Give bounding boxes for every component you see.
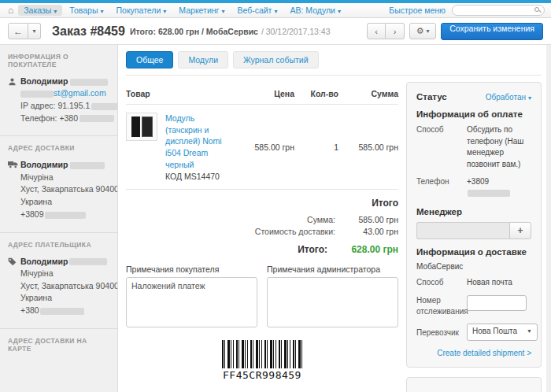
payment-phone-label: Телефон [416,176,467,187]
ship-method-value: Новая почта [467,277,531,289]
customer-sidebar: ИНФОРМАЦИЯ О ПОКУПАТЕЛЕ Володимир st@gma… [0,45,118,392]
page-right-gutter [546,45,551,392]
customer-info-title: ИНФОРМАЦИЯ О ПОКУПАТЕЛЕ [8,53,109,68]
payer-address-row: Володимир Мічуріна Хуст, Закарпатська 90… [8,256,109,317]
redacted-text [70,162,105,169]
redacted-text [40,308,84,315]
payment-phone-text: +3809 [467,177,489,186]
nav-item-website[interactable]: Веб-сайт [231,5,283,16]
tag-icon [8,256,20,317]
shipping-city: Хуст, Закарпатська 90400 [20,183,109,196]
order-summary: Итого: 628.00 грн / МобаСервис [130,27,258,36]
payer-address-section: АДРЕС ПЛАТЕЛЬЩИКА Володимир Мічуріна Хус… [0,233,117,329]
back-dropdown-button[interactable]: ▾ [28,23,41,39]
redacted-text [70,79,108,86]
customer-email-link[interactable]: st@gmail.com [54,88,106,98]
store-name: МобаСервис [416,262,531,271]
nav-item-products[interactable]: Товары [64,5,109,16]
order-main: Общее Модули Журнал событий Товар Цена К… [118,45,546,392]
payment-info-heading: Информация об оплате [416,109,531,119]
grand-total-row: Итого: 628.00 грн [298,244,398,255]
customer-email: st@gmail.com [20,87,109,100]
payer-address-title: АДРЕС ПЛАТЕЛЬЩИКА [8,241,109,249]
map-section-title: АДРЕС ДОСТАВКИ НА КАРТЕ [8,337,109,353]
customer-note-label: Примечания покупателя [126,264,257,274]
order-date: / 30/12/2017,13:43 [261,27,331,36]
order-totals: Итого Сумма: 585.00 грн Стоимость достав… [126,190,398,260]
col-header-qty: Кол-во [294,89,338,98]
quick-menu-link[interactable]: Быстрое меню [389,6,446,15]
product-link[interactable]: Модуль (тачскрин и дисплей) Nomi i504 Dr… [165,113,231,170]
back-button-group: ← ▾ [8,23,41,39]
product-thumbnail [126,113,157,141]
status-panel: Статус Обработан Информация об оплате Сп… [406,82,542,368]
shipping-address-title: АДРЕС ДОСТАВКИ [8,144,109,152]
nav-item-customers[interactable]: Покупатели [111,5,172,16]
manager-input[interactable] [416,222,509,239]
order-details: Товар Цена Кол-во Сумма [126,82,398,392]
ship-method-row: Способ Новая почта [416,277,531,289]
subtotal-value: 585.00 грн [335,215,398,224]
main-navbar: ⌂ Заказы Товары Покупатели Маркетинг Веб… [0,3,551,18]
next-order-button[interactable]: › [386,23,405,39]
nav-item-orders[interactable]: Заказы [18,5,62,16]
map-section: АДРЕС ДОСТАВКИ НА КАРТЕ [0,329,117,362]
shipping-cost-row: Стоимость доставки: 43.00 грн [255,227,398,236]
order-side-panel: Статус Обработан Информация об оплате Сп… [406,82,542,392]
tab-modules[interactable]: Модули [178,51,228,68]
col-header-product: Товар [126,89,238,98]
payment-method-row: Способ Обсудить по телефону (Наш менедже… [416,124,531,170]
prev-order-button[interactable]: ‹ [367,23,386,39]
customer-note-textarea[interactable]: Наложений платеж [126,277,257,327]
manager-input-group: + [416,222,531,239]
nav-item-marketing[interactable]: Маркетинг [173,5,230,16]
barcode-text: FF45CR998459 [223,369,301,381]
subtotal-label: Сумма: [307,215,335,224]
person-icon [8,76,20,124]
product-image-part [142,116,153,137]
product-image-part [131,116,140,137]
totals-heading: Итого [372,198,398,209]
content-area: ИНФОРМАЦИЯ О ПОКУПАТЕЛЕ Володимир st@gma… [0,45,551,392]
settings-gear-button[interactable]: ⚙ ▾ [409,23,436,39]
save-button[interactable]: Сохранить изменения [441,23,543,40]
tracking-input[interactable] [467,295,527,311]
payment-phone-value: +3809 [467,176,531,199]
back-button[interactable]: ← [8,23,28,39]
payer-city: Хуст, Закарпатська 90400 [20,280,109,293]
search-icon [534,7,539,12]
shipping-name-text: Володимир [20,160,68,169]
ship-method-label: Способ [416,277,467,288]
customer-name-row: Володимир st@gmail.com IP адрес: 91.195.… [8,76,109,124]
home-icon[interactable]: ⌂ [8,5,13,16]
status-dropdown[interactable]: Обработан [486,93,531,102]
order-tabs: Общее Модули Журнал событий [126,51,542,68]
create-shipment-link[interactable]: Create detailed shipment > [416,349,531,357]
shipping-name: Володимир [20,159,109,171]
admin-note-label: Примечания администратора [267,264,398,274]
product-qty: 1 [294,142,338,152]
tab-event-log[interactable]: Журнал событий [233,51,319,68]
nav-item-modules[interactable]: АВ: Модули [284,5,346,16]
chevron-down-icon: ▼ [527,327,532,335]
shipping-street: Мічуріна [20,172,109,184]
customer-note-col: Примечания покупателя Наложений платеж [126,264,257,331]
shipping-address-row: Володимир Мічуріна Хуст, Закарпатська 90… [8,159,109,220]
carrier-label: Перевозчик [416,324,467,338]
carrier-select[interactable]: Нова Пошта ▼ [467,324,538,341]
col-header-sum: Сумма [338,89,398,98]
admin-note-textarea[interactable] [267,277,398,327]
payer-name: Володимир [20,256,109,268]
shipping-info-heading: Информация о доставке [416,247,531,257]
payer-street: Мічуріна [20,268,109,280]
order-header: ← ▾ Заказ #8459 Итого: 628.00 грн / Моба… [0,18,551,45]
add-manager-button[interactable]: + [509,222,531,239]
shipping-phone: +3809 [20,209,109,221]
tab-general[interactable]: Общее [126,51,173,68]
search-input[interactable] [452,5,545,16]
shipping-phone-text: +3809 [20,209,44,219]
customer-name: Володимир [20,76,109,87]
payment-phone-row: Телефон +3809 [416,176,531,199]
grand-total-label: Итого: [298,244,327,255]
col-header-price: Цена [238,89,294,98]
